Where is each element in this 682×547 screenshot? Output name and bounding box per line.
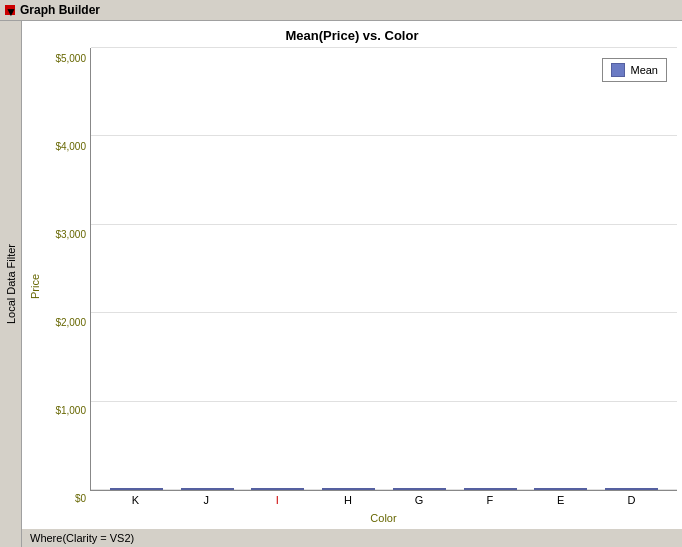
bar (181, 488, 234, 490)
footer-text: Where(Clarity = VS2) (30, 532, 134, 544)
filter-panel-label: Local Data Filter (5, 244, 17, 324)
chart-title: Mean(Price) vs. Color (27, 28, 677, 43)
window: ▼ Graph Builder Local Data Filter Mean(P… (0, 0, 682, 547)
y-tick: $3,000 (45, 229, 90, 240)
x-axis-label: I (242, 494, 313, 511)
x-axis-label: J (171, 494, 242, 511)
bar-group (526, 488, 597, 490)
bars-wrapper: Mean (90, 48, 677, 491)
x-axis-label: G (384, 494, 455, 511)
bar-group (243, 488, 314, 490)
title-bar: ▼ Graph Builder (0, 0, 682, 21)
x-axis-title: Color (90, 512, 677, 524)
footer: Where(Clarity = VS2) (22, 529, 682, 547)
y-tick: $5,000 (45, 53, 90, 64)
y-tick: $2,000 (45, 317, 90, 328)
bar (322, 488, 375, 490)
x-axis-label: F (454, 494, 525, 511)
main-content: Local Data Filter Mean(Price) vs. Color … (0, 21, 682, 547)
x-labels: KJIHGFED (90, 491, 677, 511)
legend: Mean (602, 58, 667, 82)
legend-color-box (611, 63, 625, 77)
local-data-filter-panel[interactable]: Local Data Filter (0, 21, 22, 547)
chart-container: Mean(Price) vs. Color Price $5,000$4,000… (22, 21, 682, 529)
bar-group (172, 488, 243, 490)
x-axis-label: H (313, 494, 384, 511)
y-tick: $1,000 (45, 405, 90, 416)
x-axis-label: D (596, 494, 667, 511)
bar-group (455, 488, 526, 490)
legend-label: Mean (630, 64, 658, 76)
bar-group (101, 488, 172, 490)
bars-area: Mean KJIHGFED Color (90, 48, 677, 524)
y-tick: $4,000 (45, 141, 90, 152)
collapse-icon[interactable]: ▼ (5, 5, 15, 15)
bar-group (313, 488, 384, 490)
window-title: Graph Builder (20, 3, 100, 17)
x-axis-label: K (100, 494, 171, 511)
chart-area: Price $5,000$4,000$3,000$2,000$1,000$0 (27, 48, 677, 524)
bar-group (596, 488, 667, 490)
bar (464, 488, 517, 490)
bar (393, 488, 446, 490)
bar-group (384, 488, 455, 490)
y-tick: $0 (45, 493, 90, 504)
bar (605, 488, 658, 490)
bar (251, 488, 304, 490)
bars-inner (91, 48, 677, 490)
y-axis-label: Price (27, 48, 43, 524)
y-axis-ticks: $5,000$4,000$3,000$2,000$1,000$0 (45, 48, 90, 524)
bar (534, 488, 587, 490)
x-axis-label: E (525, 494, 596, 511)
bar (110, 488, 163, 490)
